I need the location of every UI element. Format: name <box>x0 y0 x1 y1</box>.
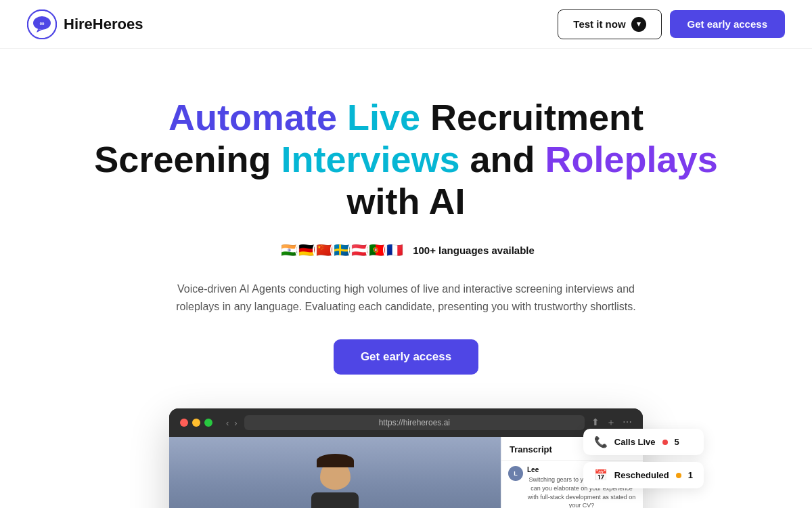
hero-title-with-ai: with AI <box>347 181 466 221</box>
svg-text:∞: ∞ <box>39 20 44 27</box>
hero-title-and: and <box>460 139 545 179</box>
person-silhouette <box>169 437 501 508</box>
rescheduled-label: Rescheduled <box>614 470 669 480</box>
hero-section: Automate Live Recruitment Screening Inte… <box>0 49 812 508</box>
test-it-now-label: Test it now <box>573 18 625 30</box>
calls-live-card: 📞 Calls Live 5 <box>583 429 704 455</box>
nav-buttons: Test it now ▾ Get early access <box>558 9 785 39</box>
languages-text: 100+ languages available <box>413 245 535 256</box>
logo-icon: ∞ <box>27 9 57 39</box>
hero-title: Automate Live Recruitment Screening Inte… <box>27 96 785 222</box>
languages-row: 🇮🇳 🇩🇪 🇨🇳 🇸🇪 🇦🇹 🇵🇹 🇫🇷 100+ languages avai… <box>27 238 785 261</box>
hero-title-interviews: Interviews <box>281 139 459 179</box>
hero-title-roleplays: Roleplays <box>545 139 718 179</box>
rescheduled-count: 1 <box>688 470 693 480</box>
add-tab-icon: ＋ <box>606 417 616 429</box>
hero-title-automate: Automate <box>168 97 347 137</box>
traffic-light-red <box>180 419 188 427</box>
message-avatar-lee: L <box>508 466 523 481</box>
rescheduled-dot <box>676 473 681 478</box>
browser-mockup: ‹ › https://hireheroes.ai ⬆ ＋ ⋯ <box>169 408 643 508</box>
browser-url-bar: https://hireheroes.ai <box>244 415 585 430</box>
calls-live-dot <box>662 440 668 445</box>
logo-text: HireHeroes <box>64 16 143 33</box>
forward-icon[interactable]: › <box>234 418 237 428</box>
hero-title-live: Live <box>347 97 420 137</box>
floating-cards: 📞 Calls Live 5 📅 Rescheduled 1 <box>583 429 704 488</box>
person-body <box>311 492 359 508</box>
person-figure <box>311 459 359 508</box>
test-it-now-button[interactable]: Test it now ▾ <box>558 9 661 39</box>
browser-mockup-wrapper: ‹ › https://hireheroes.ai ⬆ ＋ ⋯ <box>27 408 785 508</box>
calls-live-count: 5 <box>675 437 679 447</box>
menu-icon: ⋯ <box>623 417 632 429</box>
hero-subtitle: Voice-driven AI Agents conducting high v… <box>169 280 643 315</box>
video-area: 🎧 <box>169 437 501 508</box>
rescheduled-icon: 📅 <box>594 469 608 482</box>
get-early-access-header-button[interactable]: Get early access <box>670 10 785 38</box>
transcript-title: Transcript <box>510 444 552 454</box>
flag-france: 🇫🇷 <box>383 238 406 261</box>
header: ∞ HireHeroes Test it now ▾ Get early acc… <box>0 0 812 49</box>
rescheduled-card: 📅 Rescheduled 1 <box>583 462 704 488</box>
traffic-light-yellow <box>192 419 200 427</box>
person-head <box>320 459 351 490</box>
back-icon[interactable]: ‹ <box>226 418 229 428</box>
hero-title-recruitment: Recruitment <box>420 97 644 137</box>
flag-group: 🇮🇳 🇩🇪 🇨🇳 🇸🇪 🇦🇹 🇵🇹 🇫🇷 <box>277 238 406 261</box>
traffic-light-green <box>204 419 212 427</box>
share-icon: ⬆ <box>591 417 600 429</box>
traffic-lights <box>180 419 212 427</box>
browser-nav-icons: ‹ › <box>226 418 238 428</box>
message-name-lee: Lee <box>527 466 539 473</box>
chevron-down-icon: ▾ <box>631 17 646 32</box>
hero-title-screening: Screening <box>94 139 281 179</box>
logo-area: ∞ HireHeroes <box>27 9 143 39</box>
calls-live-icon: 📞 <box>594 436 608 448</box>
calls-live-label: Calls Live <box>614 437 656 447</box>
browser-actions: ⬆ ＋ ⋯ <box>591 417 632 429</box>
get-early-access-hero-button[interactable]: Get early access <box>334 339 478 375</box>
browser-bar: ‹ › https://hireheroes.ai ⬆ ＋ ⋯ <box>169 408 643 437</box>
browser-content: 🎧 Transcript ✕ L Lee <box>169 437 643 508</box>
